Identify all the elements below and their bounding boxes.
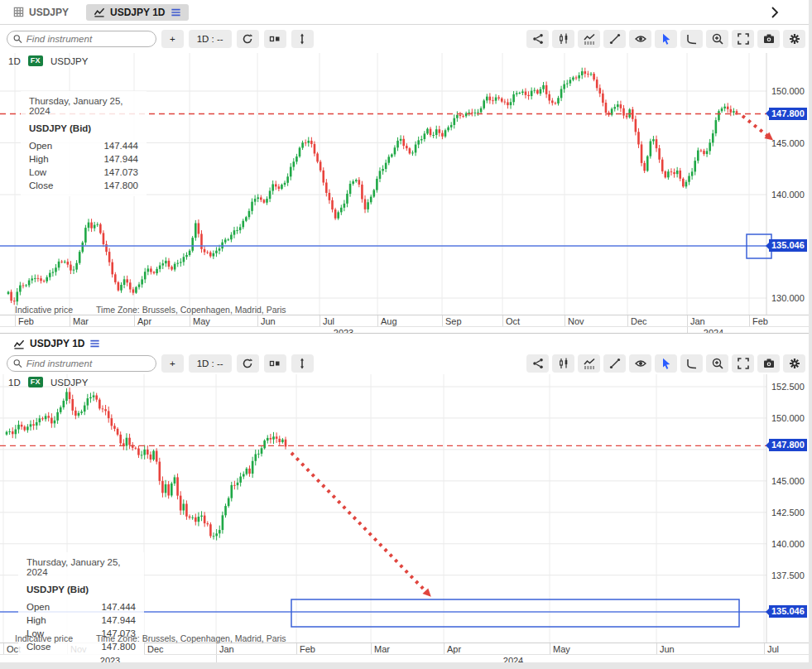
- search-icon: [13, 359, 22, 368]
- trendline-button[interactable]: [603, 30, 626, 48]
- month-label: Nov: [568, 316, 584, 326]
- share-icon: [532, 358, 544, 369]
- tooltip-row-value: 147.444: [101, 600, 136, 614]
- price-axis-label: 140.000: [771, 189, 805, 200]
- eye-icon: [635, 33, 646, 45]
- trendline-icon: [609, 358, 621, 369]
- chart-style-icon: [269, 33, 281, 45]
- candles-button[interactable]: [552, 30, 574, 48]
- fullscreen-icon: [738, 358, 749, 369]
- snapshot-button[interactable]: [757, 354, 780, 373]
- visibility-button[interactable]: [629, 354, 651, 373]
- month-label: Jul: [767, 644, 779, 654]
- year-axis: 20232024: [0, 326, 809, 333]
- instrument-search[interactable]: [7, 31, 156, 47]
- curve-icon: [686, 358, 698, 369]
- chart-style-button[interactable]: [264, 354, 286, 373]
- fullscreen-button[interactable]: [732, 354, 754, 373]
- fullscreen-button[interactable]: [732, 30, 754, 48]
- month-tick: [190, 315, 190, 326]
- chart-toolbar: + 1D : --: [0, 352, 809, 374]
- interval-button[interactable]: 1D : --: [189, 354, 232, 373]
- month-label: Oct: [506, 316, 520, 326]
- tooltip-row-label: Open: [26, 600, 50, 614]
- fullscreen-icon: [738, 33, 749, 45]
- indicators-button[interactable]: [578, 354, 600, 373]
- zoom-in-button[interactable]: [706, 354, 728, 373]
- month-label: Jan: [219, 644, 234, 654]
- snapshot-button[interactable]: [757, 30, 780, 48]
- price-axis-label: 140.000: [771, 538, 805, 550]
- tab-usdjpy-watchlist[interactable]: USDJPY: [6, 4, 76, 21]
- tab-usdjpy-1d[interactable]: USDJPY 1D: [86, 4, 188, 21]
- tab-usdjpy-1d[interactable]: USDJPY 1D: [6, 335, 108, 352]
- time-axis[interactable]: FebMarAprMayJunJulAugSepOctNovDecJanFeb: [0, 315, 809, 326]
- cursor-button[interactable]: [655, 30, 677, 48]
- share-button[interactable]: [526, 354, 549, 373]
- candlestick-chart-top[interactable]: 1D FX USDJPY Thursday, January 25, 2024U…: [0, 53, 809, 315]
- month-tick: [144, 643, 145, 654]
- month-label: Apr: [137, 316, 151, 326]
- month-tick: [70, 315, 70, 326]
- month-tick: [656, 643, 657, 654]
- month-tick: [257, 315, 258, 326]
- share-button[interactable]: [526, 30, 549, 48]
- tab-menu-icon[interactable]: [171, 7, 181, 17]
- cursor-button[interactable]: [655, 354, 677, 373]
- chart-style-button[interactable]: [264, 30, 286, 48]
- refresh-button[interactable]: [237, 354, 259, 373]
- search-input[interactable]: [26, 359, 150, 368]
- search-input[interactable]: [26, 34, 150, 44]
- candles-button[interactable]: [552, 354, 574, 373]
- tab-label: USDJPY: [29, 7, 69, 18]
- add-instrument-button[interactable]: +: [161, 354, 184, 373]
- line-chart-icon: [94, 7, 105, 17]
- curve-tool-button[interactable]: [680, 30, 703, 48]
- month-tick: [764, 643, 765, 654]
- price-badge: 135.046: [769, 605, 807, 618]
- tooltip-row: Low147.073: [29, 166, 138, 179]
- instrument-search[interactable]: [7, 355, 156, 372]
- refresh-button[interactable]: [237, 30, 259, 48]
- add-instrument-button[interactable]: +: [161, 30, 184, 48]
- month-label: Feb: [18, 316, 34, 326]
- month-label: Mar: [73, 316, 89, 326]
- candles-layer: [6, 387, 287, 541]
- tooltip-row-value: 147.944: [101, 614, 136, 627]
- refresh-icon: [242, 33, 253, 45]
- candlestick-chart-bottom[interactable]: 1D FX USDJPY Thursday, January 25, 2024U…: [0, 374, 809, 643]
- trendline-button[interactable]: [603, 354, 626, 373]
- eye-icon: [635, 358, 646, 369]
- tab-menu-icon[interactable]: [89, 339, 100, 349]
- interval-button[interactable]: 1D : --: [189, 30, 232, 48]
- price-badge: 147.800: [769, 108, 807, 120]
- price-axis-label: 145.000: [771, 475, 805, 487]
- asset-class-badge: FX: [28, 55, 43, 66]
- settings-button[interactable]: [783, 30, 805, 48]
- year-tick: [687, 327, 688, 333]
- tooltip-row-value: 147.944: [103, 152, 138, 166]
- tooltip-symbol: USDJPY (Bid): [26, 585, 136, 594]
- symbol-row: 1D FX USDJPY: [8, 55, 88, 66]
- indicators-button[interactable]: [578, 30, 600, 48]
- price-badge: 135.046: [769, 239, 807, 252]
- indicative-price-note: Indicative price: [15, 633, 73, 643]
- month-label: Jan: [690, 316, 705, 326]
- gear-icon: [789, 33, 800, 45]
- month-label: May: [193, 316, 210, 326]
- year-tick: [216, 655, 217, 662]
- month-label: Aug: [381, 316, 397, 326]
- month-tick: [15, 315, 16, 326]
- settings-button[interactable]: [783, 354, 805, 373]
- price-axis-label: 130.000: [771, 292, 805, 304]
- curve-tool-button[interactable]: [680, 354, 703, 373]
- zoom-in-button[interactable]: [706, 30, 728, 48]
- chevron-right-icon[interactable]: [767, 5, 782, 20]
- month-tick: [134, 315, 135, 326]
- vertical-scale-button[interactable]: [291, 30, 314, 48]
- visibility-button[interactable]: [629, 30, 651, 48]
- month-label: Jun: [261, 316, 276, 326]
- timezone-note: Time Zone: Brussels, Copenhagen, Madrid,…: [96, 633, 286, 643]
- chart-toolbar: + 1D : --: [0, 25, 809, 53]
- vertical-scale-button[interactable]: [291, 354, 314, 373]
